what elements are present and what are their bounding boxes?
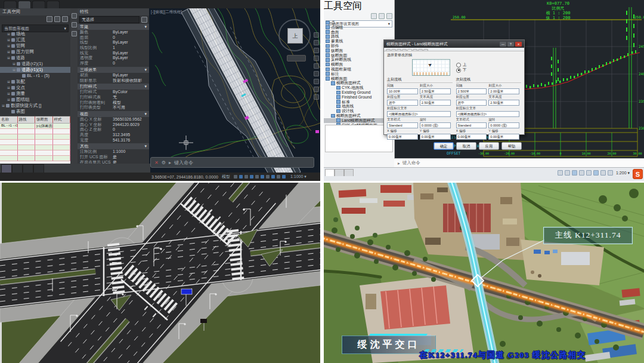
section-title[interactable]: 视图	[80, 111, 88, 117]
dialog-field[interactable]: 旋转0.0000 (度)	[420, 118, 453, 128]
dialog-tab[interactable]	[407, 49, 412, 51]
expander-icon[interactable]: ⊞	[7, 85, 10, 91]
tree-item[interactable]: ⊞ 道路	[0, 55, 70, 61]
property-row[interactable]: 线型比例1	[78, 45, 149, 51]
dialog-field[interactable]: 文本高度2.50毫米	[488, 95, 521, 106]
collapse-icon[interactable]: ▾	[144, 67, 147, 73]
property-row[interactable]: 打印样式表无	[78, 95, 149, 100]
file-tab[interactable]	[4, 1, 17, 8]
help-button[interactable]: ?	[507, 42, 514, 47]
tree-item[interactable]: ⊞ 管网	[0, 43, 70, 49]
command-line[interactable]: ▸ 键入命令	[394, 158, 644, 168]
table-header[interactable]: 样式	[53, 116, 71, 123]
tree-item[interactable]: ⊞ 装配	[0, 79, 70, 85]
tree-item[interactable]: ⊞ 汇流	[0, 37, 70, 43]
dialog-button[interactable]: 确定	[434, 142, 454, 150]
property-row[interactable]: 打印表类型不可用	[78, 105, 149, 110]
tree-item[interactable]: ⊞ 压力管网	[0, 49, 70, 55]
tree-item[interactable]: 点	[324, 20, 394, 25]
property-row[interactable]: 线型ByLayer	[78, 40, 149, 45]
nav-tool-icon[interactable]	[314, 32, 319, 38]
annotation-scale[interactable]: 1:200 ▾	[616, 171, 630, 176]
table-header[interactable]: 名称	[0, 116, 18, 123]
expander-icon[interactable]: ⊞	[7, 97, 10, 103]
collapse-icon[interactable]: ▾	[144, 143, 147, 149]
property-row[interactable]: 颜色ByLayer	[78, 30, 149, 35]
dialog-field[interactable]: Y 偏移0.00毫米	[420, 129, 453, 140]
expander-icon[interactable]: ⊞	[7, 55, 10, 61]
dialog-field[interactable]: 刻度大小2.50毫米	[420, 84, 453, 94]
tree-item[interactable]: ⊞ 数据快捷方式 []	[0, 103, 70, 109]
minimize-button[interactable]: —	[500, 42, 506, 47]
model-space-label[interactable]: 模型	[222, 174, 230, 180]
tree-item[interactable]: ⊞ 图纸组	[0, 97, 70, 103]
expander-icon[interactable]: ⊞	[13, 61, 16, 67]
section-title[interactable]: 常规	[80, 24, 88, 30]
toolspace-icon[interactable]	[47, 16, 52, 22]
tree-item[interactable]: ⊞ 场地	[0, 31, 70, 37]
layout-tab[interactable]	[23, 164, 33, 173]
expander-icon[interactable]: ⊞	[7, 49, 10, 55]
property-row[interactable]: 打印表附着到模型	[78, 100, 149, 106]
nav-tool-icon[interactable]	[314, 79, 319, 84]
drafting-toggles[interactable]: 1:200 ▾	[558, 170, 630, 176]
dialog-field[interactable]: X 偏移0.00毫米	[456, 129, 489, 140]
file-tab[interactable]	[47, 1, 60, 8]
annotation-scale[interactable]: 1:1000 ▾	[290, 174, 306, 179]
nav-tool-icon[interactable]	[314, 87, 319, 92]
property-row[interactable]: 圆心 Y 坐标2944120.6029	[78, 122, 149, 128]
dialog-field[interactable]: 间隔2.500米	[456, 84, 489, 94]
toolspace-icon[interactable]	[379, 13, 385, 19]
dialog-button[interactable]: 应用	[479, 142, 499, 150]
tree-item[interactable]: 路线	[324, 34, 394, 39]
dialog-field[interactable]: X 偏移0.00毫米	[387, 129, 420, 140]
side-strip-icon[interactable]	[72, 13, 77, 19]
tree-item[interactable]: ⊞ 表图	[0, 109, 70, 115]
table-header[interactable]: 路线	[18, 116, 36, 123]
viewport-label[interactable]: [-][俯视][二维线框]	[151, 10, 182, 15]
property-row[interactable]: 圆心 Z 坐标0	[78, 127, 149, 133]
expander-icon[interactable]: ⊞	[7, 37, 10, 43]
section-title[interactable]: 打印样式	[80, 84, 97, 90]
toolspace-icon[interactable]	[386, 13, 392, 19]
expander-icon[interactable]: ⊞	[7, 43, 10, 49]
quick-select-icon[interactable]	[141, 17, 147, 23]
layout-tab[interactable]	[344, 169, 354, 176]
dialog-field[interactable]: 刻度位置居中	[456, 95, 489, 106]
view-cube-menu[interactable]	[287, 55, 306, 61]
dialog-tab[interactable]	[391, 49, 396, 51]
section-title[interactable]: 三维效果	[80, 67, 97, 73]
file-tab[interactable]	[18, 1, 31, 8]
dialog-tab[interactable]	[402, 49, 407, 51]
drafting-toggles[interactable]	[234, 175, 286, 179]
radio-bottom[interactable]: 下	[456, 67, 466, 73]
property-row[interactable]: 透明度ByLayer	[78, 56, 149, 61]
property-row[interactable]: 线宽ByLayer	[78, 51, 149, 56]
selection-combo[interactable]: 无选择	[79, 16, 140, 23]
view-cube-face[interactable]: 上	[287, 28, 303, 44]
dialog-field[interactable]: 旋转0.0000 (度)	[488, 118, 521, 128]
dialog-tab[interactable]	[397, 49, 401, 51]
layout-tab[interactable]	[12, 164, 23, 173]
collapse-icon[interactable]: ▾	[144, 111, 147, 117]
dialog-tab[interactable]	[386, 49, 391, 51]
table-row[interactable]: BL - r1 - r1 [r1]纵断面线	[0, 124, 70, 129]
collapse-icon[interactable]: ▾	[144, 84, 147, 90]
tree-item[interactable]: ⊞ 道路(r1)(1)	[0, 67, 70, 73]
dialog-field[interactable]: 刻度大小2.00毫米	[488, 84, 521, 94]
property-row[interactable]: 打印样式ByColor	[78, 90, 149, 95]
layout-tab[interactable]	[325, 169, 335, 176]
expander-icon[interactable]: ⊞	[7, 31, 10, 37]
dialog-button[interactable]: 帮助	[501, 142, 522, 150]
aerial-intersection-photo[interactable]: 主线 K12+311.74 绥沈平交口 在K12+311.74与国道 G203 …	[324, 183, 644, 363]
property-row[interactable]: 阴影显示投射和接收阴影	[78, 78, 149, 84]
table-header[interactable]: 纵断面	[35, 116, 53, 123]
property-row[interactable]: 打开 UCS 图标是	[78, 155, 149, 160]
file-tab[interactable]	[32, 1, 45, 8]
layout-tab[interactable]	[1, 164, 12, 173]
toolspace-icon[interactable]	[62, 16, 68, 22]
property-row[interactable]: 图层0	[78, 35, 149, 41]
dialog-field[interactable]: 刻度标注文本<[横断面视图标注]>	[456, 106, 522, 117]
close-button[interactable]: ✕	[515, 42, 522, 47]
nav-tool-icon[interactable]	[314, 94, 319, 100]
